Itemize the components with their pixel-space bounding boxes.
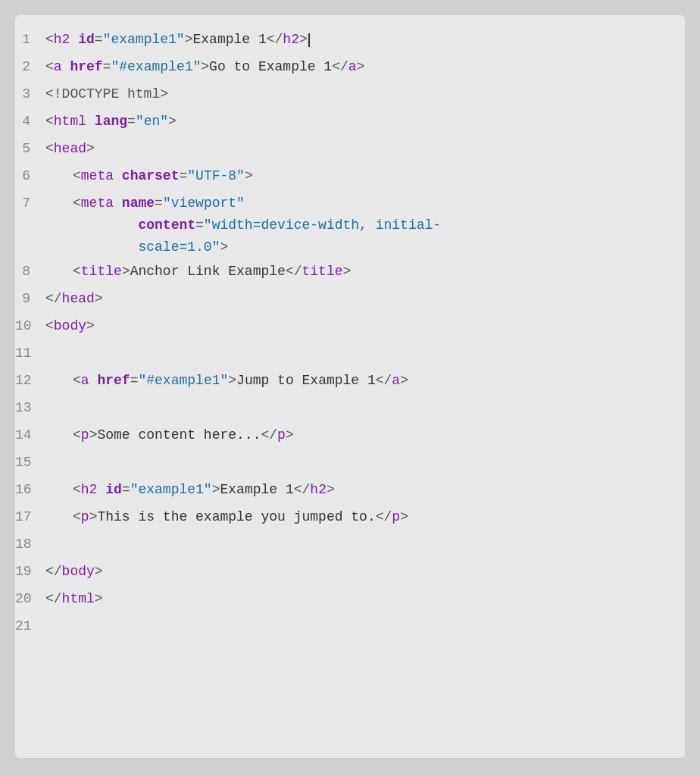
line-content-20: </html> — [45, 588, 673, 610]
line-content-2: <a href="#example1">Go to Example 1</a> — [45, 56, 673, 78]
line-8: 8 <title>Anchor Link Example</title> — [15, 259, 685, 286]
line-14: 14 <p>Some content here...</p> — [15, 423, 685, 450]
line-content-16: <h2 id="example1">Example 1</h2> — [45, 479, 673, 501]
line-number-13: 13 — [15, 397, 45, 419]
line-11: 11 — [15, 341, 685, 368]
line-number-5: 5 — [15, 138, 45, 160]
line-number-7: 7 — [15, 192, 45, 214]
line-content-9: </head> — [45, 288, 673, 310]
line-content-21 — [45, 615, 673, 637]
line-number-3: 3 — [15, 83, 45, 105]
line-content-11 — [45, 343, 673, 365]
line-number-1: 1 — [15, 29, 45, 51]
line-number-15: 15 — [15, 452, 45, 474]
line-9: 9 </head> — [15, 286, 685, 314]
line-2: 2 <a href="#example1">Go to Example 1</a… — [15, 55, 685, 82]
line-content-3: <!DOCTYPE html> — [45, 83, 673, 105]
line-number-6: 6 — [15, 165, 45, 187]
line-content-12: <a href="#example1">Jump to Example 1</a… — [45, 370, 673, 392]
line-5: 5 <head> — [15, 136, 685, 164]
line-number-19: 19 — [15, 561, 45, 583]
line-10: 10 <body> — [15, 314, 685, 341]
line-content-13 — [45, 397, 673, 419]
line-12: 12 <a href="#example1">Jump to Example 1… — [15, 368, 685, 396]
line-number-12: 12 — [15, 370, 45, 392]
line-number-18: 18 — [15, 534, 45, 555]
line-content-1: <h2 id="example1">Example 1</h2> — [45, 29, 673, 51]
line-6: 6 <meta charset="UTF-8"> — [15, 164, 685, 191]
line-number-14: 14 — [15, 424, 45, 446]
line-15: 15 — [15, 450, 685, 477]
line-content-15 — [45, 452, 673, 474]
line-1: 1 <h2 id="example1">Example 1</h2> — [15, 27, 685, 55]
line-content-18 — [45, 534, 673, 555]
line-3: 3 <!DOCTYPE html> — [15, 82, 685, 109]
line-17: 17 <p>This is the example you jumped to.… — [15, 505, 685, 532]
line-number-21: 21 — [15, 615, 45, 637]
line-number-10: 10 — [15, 315, 45, 337]
line-21: 21 — [15, 614, 685, 641]
line-number-20: 20 — [15, 588, 45, 610]
line-7: 7 <meta name="viewport" content="width=d… — [15, 191, 685, 259]
line-number-16: 16 — [15, 479, 45, 501]
line-number-4: 4 — [15, 111, 45, 133]
line-20: 20 </html> — [15, 587, 685, 614]
line-19: 19 </body> — [15, 559, 685, 587]
line-content-14: <p>Some content here...</p> — [45, 424, 673, 446]
line-number-2: 2 — [15, 56, 45, 78]
code-editor[interactable]: 1 <h2 id="example1">Example 1</h2> 2 <a … — [15, 15, 685, 758]
line-number-11: 11 — [15, 343, 45, 365]
line-content-8: <title>Anchor Link Example</title> — [45, 261, 673, 283]
line-number-8: 8 — [15, 261, 45, 283]
line-number-17: 17 — [15, 506, 45, 528]
line-content-17: <p>This is the example you jumped to.</p… — [45, 506, 673, 528]
line-number-9: 9 — [15, 288, 45, 310]
line-content-19: </body> — [45, 561, 673, 583]
line-16: 16 <h2 id="example1">Example 1</h2> — [15, 477, 685, 505]
line-content-5: <head> — [45, 138, 673, 160]
line-content-7: <meta name="viewport" content="width=dev… — [45, 192, 673, 258]
line-18: 18 — [15, 532, 685, 559]
line-content-4: <html lang="en"> — [45, 111, 673, 133]
line-13: 13 — [15, 396, 685, 423]
line-4: 4 <html lang="en"> — [15, 109, 685, 136]
line-content-10: <body> — [45, 315, 673, 337]
line-content-6: <meta charset="UTF-8"> — [45, 165, 673, 187]
